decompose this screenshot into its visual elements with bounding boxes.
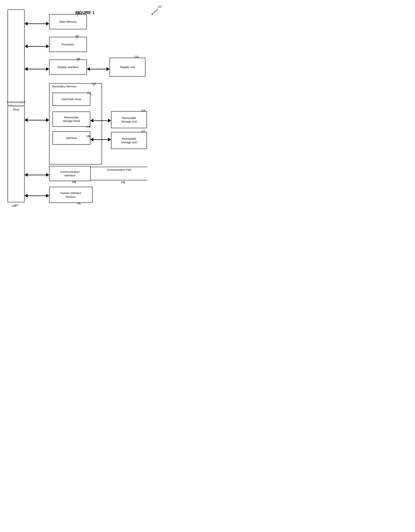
arrow-bus-displayinterface [25, 67, 49, 71]
arrow-interface-rsu2 [90, 138, 111, 142]
arrow-bus-hid [25, 194, 49, 198]
ref126-line-icon [122, 181, 129, 184]
interface-label: Interface [66, 136, 77, 140]
removable-storage-unit-1-label: RemovableStorage Unit [121, 116, 137, 124]
arrow-bus-mainmemory [25, 22, 49, 26]
communication-path-label: Communication Path [107, 168, 131, 171]
communication-interface-label: CommunicationInterface [60, 170, 80, 177]
removable-storage-drive-label: RemovableStorage Drive [63, 115, 80, 123]
ref-100: 100 [157, 5, 162, 8]
communication-interface-box: CommunicationInterface [49, 166, 91, 181]
removable-storage-unit-2-box: RemovableStorage Unit [111, 132, 147, 149]
figure-label: FIGURE 1 [75, 10, 94, 15]
comm-path-line-top [91, 167, 147, 167]
human-interface-devices-label: Human InterfaceDevices [60, 191, 81, 199]
ref108-line-icon [76, 59, 84, 62]
removable-storage-unit-2-label: RemovableStorage Unit [121, 137, 137, 144]
interface-box: Interface [53, 131, 90, 145]
svg-line-10 [88, 136, 91, 137]
svg-line-13 [123, 182, 125, 184]
ref124-line-icon [72, 180, 80, 184]
arrow-rsd-rsu1 [90, 119, 111, 123]
secondary-memory-label: Secondary Memory [52, 85, 76, 88]
display-interface-label: Display Interface [57, 65, 79, 69]
svg-line-12 [73, 181, 76, 183]
bus-label: CommunicationInfrastructure(Bus) [7, 100, 25, 112]
hard-disk-drive-label: Hard Disk Drive [61, 97, 81, 101]
svg-line-7 [90, 94, 92, 95]
display-unit-box: Display Unit [110, 58, 146, 76]
main-memory-label: Main Memory [59, 20, 77, 24]
arrow-bus-processor [25, 44, 49, 48]
display-unit-label: Display Unit [120, 65, 135, 69]
ref118-line-icon [142, 110, 150, 114]
ref114-line-icon [89, 93, 96, 96]
removable-storage-unit-1-box: RemovableStorage Unit [111, 111, 147, 128]
ref112-line-icon [92, 84, 100, 87]
ref107-line-icon [75, 36, 83, 40]
ref-102-label: 102 [12, 205, 16, 207]
arrow-bus-secondary [25, 118, 49, 122]
arrow-displayinterface-displayunit [87, 67, 110, 71]
bus-box: CommunicationInfrastructure(Bus) [8, 10, 25, 202]
svg-line-14 [78, 203, 81, 205]
processor-label: Processor [62, 43, 74, 46]
human-interface-devices-box: Human InterfaceDevices [49, 187, 92, 203]
arrow-bus-comminterface [25, 173, 49, 177]
ref110-line-icon [136, 57, 144, 60]
ref116-line-icon [87, 125, 92, 129]
ref122-line-icon [142, 131, 150, 135]
arrow-100-icon [150, 8, 159, 16]
svg-line-8 [88, 126, 91, 127]
ref130-line-icon [77, 202, 85, 206]
hard-disk-drive-box: Hard Disk Drive [53, 93, 90, 106]
comm-path-line-bottom [91, 180, 147, 180]
removable-storage-drive-box: RemovableStorage Drive [53, 112, 90, 127]
